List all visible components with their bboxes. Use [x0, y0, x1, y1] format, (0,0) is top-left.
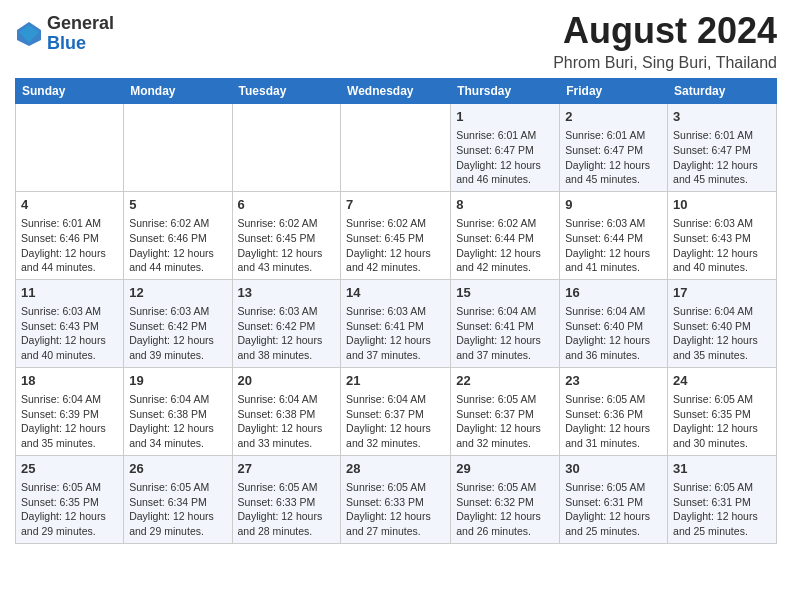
page-header: General Blue August 2024 Phrom Buri, Sin…	[15, 10, 777, 72]
calendar-cell: 13Sunrise: 6:03 AMSunset: 6:42 PMDayligh…	[232, 279, 341, 367]
logo-general-text: General	[47, 14, 114, 34]
day-number: 3	[673, 108, 771, 126]
day-number: 20	[238, 372, 336, 390]
calendar-week-row: 25Sunrise: 6:05 AMSunset: 6:35 PMDayligh…	[16, 455, 777, 543]
calendar-cell: 3Sunrise: 6:01 AMSunset: 6:47 PMDaylight…	[668, 104, 777, 192]
calendar-cell: 19Sunrise: 6:04 AMSunset: 6:38 PMDayligh…	[124, 367, 232, 455]
calendar-cell: 5Sunrise: 6:02 AMSunset: 6:46 PMDaylight…	[124, 191, 232, 279]
day-number: 1	[456, 108, 554, 126]
calendar-cell: 24Sunrise: 6:05 AMSunset: 6:35 PMDayligh…	[668, 367, 777, 455]
day-number: 12	[129, 284, 226, 302]
day-number: 18	[21, 372, 118, 390]
calendar-cell: 7Sunrise: 6:02 AMSunset: 6:45 PMDaylight…	[341, 191, 451, 279]
calendar-cell: 15Sunrise: 6:04 AMSunset: 6:41 PMDayligh…	[451, 279, 560, 367]
calendar-cell: 18Sunrise: 6:04 AMSunset: 6:39 PMDayligh…	[16, 367, 124, 455]
day-number: 17	[673, 284, 771, 302]
day-header-wednesday: Wednesday	[341, 79, 451, 104]
day-number: 24	[673, 372, 771, 390]
calendar-cell: 28Sunrise: 6:05 AMSunset: 6:33 PMDayligh…	[341, 455, 451, 543]
day-number: 26	[129, 460, 226, 478]
calendar-cell: 23Sunrise: 6:05 AMSunset: 6:36 PMDayligh…	[560, 367, 668, 455]
calendar-cell: 11Sunrise: 6:03 AMSunset: 6:43 PMDayligh…	[16, 279, 124, 367]
calendar-cell: 31Sunrise: 6:05 AMSunset: 6:31 PMDayligh…	[668, 455, 777, 543]
calendar-cell: 21Sunrise: 6:04 AMSunset: 6:37 PMDayligh…	[341, 367, 451, 455]
calendar-cell: 8Sunrise: 6:02 AMSunset: 6:44 PMDaylight…	[451, 191, 560, 279]
logo-blue-text: Blue	[47, 34, 114, 54]
day-number: 5	[129, 196, 226, 214]
calendar-header-row: SundayMondayTuesdayWednesdayThursdayFrid…	[16, 79, 777, 104]
calendar-table: SundayMondayTuesdayWednesdayThursdayFrid…	[15, 78, 777, 544]
day-number: 10	[673, 196, 771, 214]
calendar-cell: 4Sunrise: 6:01 AMSunset: 6:46 PMDaylight…	[16, 191, 124, 279]
calendar-cell: 1Sunrise: 6:01 AMSunset: 6:47 PMDaylight…	[451, 104, 560, 192]
day-header-monday: Monday	[124, 79, 232, 104]
day-header-tuesday: Tuesday	[232, 79, 341, 104]
calendar-cell	[232, 104, 341, 192]
calendar-cell: 9Sunrise: 6:03 AMSunset: 6:44 PMDaylight…	[560, 191, 668, 279]
day-number: 13	[238, 284, 336, 302]
day-number: 15	[456, 284, 554, 302]
day-header-thursday: Thursday	[451, 79, 560, 104]
calendar-week-row: 4Sunrise: 6:01 AMSunset: 6:46 PMDaylight…	[16, 191, 777, 279]
day-number: 14	[346, 284, 445, 302]
calendar-cell: 25Sunrise: 6:05 AMSunset: 6:35 PMDayligh…	[16, 455, 124, 543]
calendar-week-row: 18Sunrise: 6:04 AMSunset: 6:39 PMDayligh…	[16, 367, 777, 455]
day-number: 28	[346, 460, 445, 478]
day-number: 21	[346, 372, 445, 390]
page-title: August 2024	[553, 10, 777, 52]
day-number: 2	[565, 108, 662, 126]
calendar-cell: 17Sunrise: 6:04 AMSunset: 6:40 PMDayligh…	[668, 279, 777, 367]
title-block: August 2024 Phrom Buri, Sing Buri, Thail…	[553, 10, 777, 72]
calendar-week-row: 1Sunrise: 6:01 AMSunset: 6:47 PMDaylight…	[16, 104, 777, 192]
calendar-cell: 6Sunrise: 6:02 AMSunset: 6:45 PMDaylight…	[232, 191, 341, 279]
logo-icon	[15, 20, 43, 48]
calendar-cell	[16, 104, 124, 192]
calendar-cell: 30Sunrise: 6:05 AMSunset: 6:31 PMDayligh…	[560, 455, 668, 543]
calendar-cell: 10Sunrise: 6:03 AMSunset: 6:43 PMDayligh…	[668, 191, 777, 279]
day-number: 29	[456, 460, 554, 478]
logo: General Blue	[15, 14, 114, 54]
calendar-cell	[341, 104, 451, 192]
day-number: 4	[21, 196, 118, 214]
day-number: 7	[346, 196, 445, 214]
calendar-cell: 20Sunrise: 6:04 AMSunset: 6:38 PMDayligh…	[232, 367, 341, 455]
calendar-cell: 14Sunrise: 6:03 AMSunset: 6:41 PMDayligh…	[341, 279, 451, 367]
day-number: 19	[129, 372, 226, 390]
day-number: 30	[565, 460, 662, 478]
calendar-week-row: 11Sunrise: 6:03 AMSunset: 6:43 PMDayligh…	[16, 279, 777, 367]
day-number: 16	[565, 284, 662, 302]
day-number: 25	[21, 460, 118, 478]
day-number: 27	[238, 460, 336, 478]
calendar-cell: 29Sunrise: 6:05 AMSunset: 6:32 PMDayligh…	[451, 455, 560, 543]
calendar-cell: 22Sunrise: 6:05 AMSunset: 6:37 PMDayligh…	[451, 367, 560, 455]
day-number: 22	[456, 372, 554, 390]
calendar-cell: 26Sunrise: 6:05 AMSunset: 6:34 PMDayligh…	[124, 455, 232, 543]
calendar-cell	[124, 104, 232, 192]
calendar-cell: 2Sunrise: 6:01 AMSunset: 6:47 PMDaylight…	[560, 104, 668, 192]
day-number: 11	[21, 284, 118, 302]
day-number: 31	[673, 460, 771, 478]
logo-text: General Blue	[47, 14, 114, 54]
calendar-cell: 16Sunrise: 6:04 AMSunset: 6:40 PMDayligh…	[560, 279, 668, 367]
day-number: 9	[565, 196, 662, 214]
day-header-friday: Friday	[560, 79, 668, 104]
day-header-sunday: Sunday	[16, 79, 124, 104]
day-header-saturday: Saturday	[668, 79, 777, 104]
calendar-cell: 12Sunrise: 6:03 AMSunset: 6:42 PMDayligh…	[124, 279, 232, 367]
calendar-cell: 27Sunrise: 6:05 AMSunset: 6:33 PMDayligh…	[232, 455, 341, 543]
page-subtitle: Phrom Buri, Sing Buri, Thailand	[553, 54, 777, 72]
day-number: 8	[456, 196, 554, 214]
day-number: 23	[565, 372, 662, 390]
day-number: 6	[238, 196, 336, 214]
